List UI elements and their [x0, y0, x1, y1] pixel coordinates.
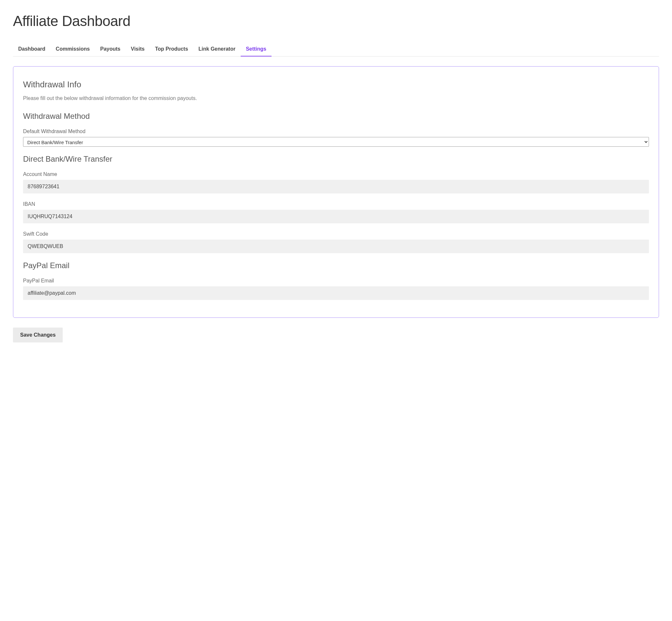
swift-label: Swift Code [23, 231, 649, 237]
account-name-label: Account Name [23, 171, 649, 177]
tab-commissions[interactable]: Commissions [51, 42, 95, 56]
iban-input[interactable] [23, 210, 649, 223]
withdrawal-method-label: Default Withdrawal Method [23, 129, 649, 134]
iban-field: IBAN [23, 201, 649, 223]
withdrawal-method-field: Default Withdrawal Method Direct Bank/Wi… [23, 129, 649, 147]
page-title: Affiliate Dashboard [13, 13, 659, 29]
withdrawal-info-heading: Withdrawal Info [23, 80, 649, 90]
swift-field: Swift Code [23, 231, 649, 253]
account-name-input[interactable] [23, 180, 649, 194]
account-name-field: Account Name [23, 171, 649, 194]
settings-panel: Withdrawal Info Please fill out the belo… [13, 66, 659, 318]
tab-payouts[interactable]: Payouts [95, 42, 126, 56]
tabs-nav: Dashboard Commissions Payouts Visits Top… [13, 42, 659, 56]
bank-transfer-heading: Direct Bank/Wire Transfer [23, 155, 649, 164]
save-changes-button[interactable]: Save Changes [13, 328, 63, 342]
swift-input[interactable] [23, 240, 649, 253]
tab-visits[interactable]: Visits [126, 42, 150, 56]
tab-settings[interactable]: Settings [241, 42, 272, 56]
iban-label: IBAN [23, 201, 649, 207]
tab-top-products[interactable]: Top Products [150, 42, 193, 56]
withdrawal-info-description: Please fill out the below withdrawal inf… [23, 95, 649, 101]
withdrawal-method-heading: Withdrawal Method [23, 112, 649, 121]
tab-link-generator[interactable]: Link Generator [193, 42, 241, 56]
tab-dashboard[interactable]: Dashboard [13, 42, 51, 56]
paypal-heading: PayPal Email [23, 261, 649, 270]
paypal-email-label: PayPal Email [23, 278, 649, 284]
paypal-email-input[interactable] [23, 286, 649, 300]
paypal-email-field: PayPal Email [23, 278, 649, 300]
withdrawal-method-select[interactable]: Direct Bank/Wire Transfer [23, 137, 649, 147]
